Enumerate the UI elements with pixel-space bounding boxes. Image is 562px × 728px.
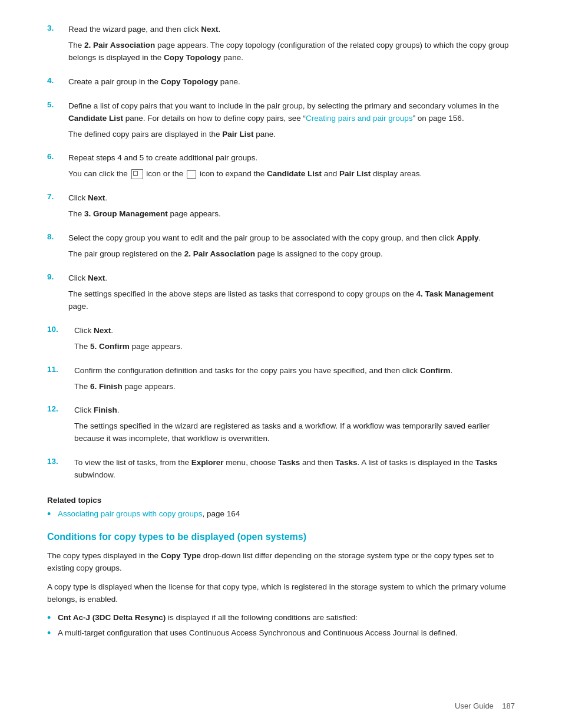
step-3-main: Read the wizard page, and then click Nex… — [68, 24, 515, 36]
section-bullet-dot-1: • — [47, 612, 58, 625]
section-para-2: A copy type is displayed when the licens… — [47, 581, 515, 606]
step-6: 6. Repeat steps 4 and 5 to create additi… — [47, 152, 515, 184]
step-5-num: 5. — [47, 100, 68, 109]
icon-grid-inner — [133, 171, 138, 176]
step-8-sub: The pair group registered on the 2. Pair… — [68, 248, 515, 261]
step-6-num: 6. — [47, 152, 68, 161]
step-3-sub: The 2. Pair Association page appears. Th… — [68, 39, 515, 64]
step-4-main: Create a pair group in the Copy Topology… — [68, 76, 515, 88]
step-9: 9. Click Next. The settings specified in… — [47, 272, 515, 317]
associating-pair-groups-link[interactable]: Associating pair groups with copy groups — [58, 509, 202, 518]
step-7-sub: The 3. Group Management page appears. — [68, 208, 515, 220]
step-4-content: Create a pair group in the Copy Topology… — [68, 76, 515, 92]
creating-pairs-link[interactable]: Creating pairs and pair groups — [306, 114, 413, 123]
step-13-main: To view the list of tasks, from the Expl… — [74, 457, 515, 482]
step-8-main: Select the copy group you want to edit a… — [68, 232, 515, 245]
step-7-content: Click Next. The 3. Group Management page… — [68, 192, 515, 224]
footer: User Guide 187 — [455, 701, 515, 710]
icon-grid — [131, 169, 143, 179]
section-bullet-2: • A multi-target configuration that uses… — [47, 627, 515, 640]
section-heading: Conditions for copy types to be displaye… — [47, 532, 515, 542]
step-5-main: Define a list of copy pairs that you wan… — [68, 100, 515, 125]
step-8-num: 8. — [47, 232, 68, 241]
related-topics-section: Related topics • Associating pair groups… — [47, 496, 515, 521]
step-10-sub: The 5. Confirm page appears. — [74, 341, 515, 353]
step-12-sub: The settings specified in the wizard are… — [74, 420, 515, 445]
step-12-num: 12. — [47, 404, 74, 413]
step-6-sub: You can click the icon or the icon to ex… — [68, 168, 515, 180]
step-11-sub: The 6. Finish page appears. — [74, 381, 515, 393]
step-13-num: 13. — [47, 457, 74, 466]
section-bullet-dot-2: • — [47, 627, 58, 640]
step-9-num: 9. — [47, 272, 68, 281]
step-9-main: Click Next. — [68, 272, 515, 285]
step-5: 5. Define a list of copy pairs that you … — [47, 100, 515, 144]
footer-label: User Guide — [455, 701, 494, 710]
step-11-main: Confirm the configuration definition and… — [74, 365, 515, 377]
step-6-main: Repeat steps 4 and 5 to create additiona… — [68, 152, 515, 164]
step-8: 8. Select the copy group you want to edi… — [47, 232, 515, 264]
step-10-content: Click Next. The 5. Confirm page appears. — [74, 325, 515, 357]
section-bullet-1-text: Cnt Ac-J (3DC Delta Resync) is displayed… — [58, 612, 358, 624]
step-13-content: To view the list of tasks, from the Expl… — [74, 457, 515, 485]
step-6-content: Repeat steps 4 and 5 to create additiona… — [68, 152, 515, 184]
step-9-sub: The settings specified in the above step… — [68, 288, 515, 313]
bullet-dot-1: • — [47, 508, 58, 521]
step-10-num: 10. — [47, 325, 74, 334]
related-topics-title: Related topics — [47, 496, 515, 505]
step-4-num: 4. — [47, 76, 68, 85]
step-7-num: 7. — [47, 192, 68, 201]
step-12: 12. Click Finish. The settings specified… — [47, 404, 515, 449]
step-5-sub: The defined copy pairs are displayed in … — [68, 129, 515, 141]
icon-rect — [187, 170, 196, 179]
section-para-1: The copy types displayed in the Copy Typ… — [47, 549, 515, 575]
step-10-main: Click Next. — [74, 325, 515, 337]
footer-page: 187 — [502, 701, 515, 710]
step-13: 13. To view the list of tasks, from the … — [47, 457, 515, 485]
step-12-content: Click Finish. The settings specified in … — [74, 404, 515, 449]
step-3-num: 3. — [47, 24, 68, 32]
step-10: 10. Click Next. The 5. Confirm page appe… — [47, 325, 515, 357]
step-12-main: Click Finish. — [74, 404, 515, 417]
step-3-content: Read the wizard page, and then click Nex… — [68, 24, 515, 68]
step-11: 11. Confirm the configuration definition… — [47, 365, 515, 397]
section-body: The copy types displayed in the Copy Typ… — [47, 549, 515, 640]
section-bullet-1: • Cnt Ac-J (3DC Delta Resync) is display… — [47, 612, 515, 625]
step-9-content: Click Next. The settings specified in th… — [68, 272, 515, 317]
step-11-content: Confirm the configuration definition and… — [74, 365, 515, 397]
step-7: 7. Click Next. The 3. Group Management p… — [47, 192, 515, 224]
page: 3. Read the wizard page, and then click … — [0, 0, 562, 728]
section-bullet-2-text: A multi-target configuration that uses C… — [58, 627, 457, 640]
step-5-content: Define a list of copy pairs that you wan… — [68, 100, 515, 144]
step-8-content: Select the copy group you want to edit a… — [68, 232, 515, 264]
step-11-num: 11. — [47, 365, 74, 374]
step-7-main: Click Next. — [68, 192, 515, 205]
related-topics-item-1: • Associating pair groups with copy grou… — [47, 508, 515, 521]
step-4: 4. Create a pair group in the Copy Topol… — [47, 76, 515, 92]
step-3: 3. Read the wizard page, and then click … — [47, 24, 515, 68]
related-topics-item-1-text: Associating pair groups with copy groups… — [58, 508, 240, 521]
